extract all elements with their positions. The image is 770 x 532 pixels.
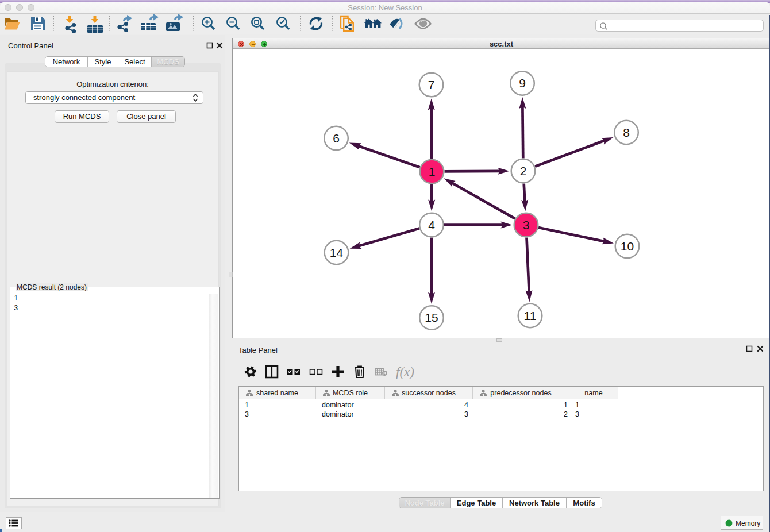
svg-text:14: 14 (330, 246, 344, 259)
svg-text:9: 9 (519, 76, 526, 90)
svg-text:11: 11 (524, 309, 537, 322)
svg-text:10: 10 (621, 240, 634, 253)
svg-text:4: 4 (428, 218, 435, 232)
svg-text:6: 6 (333, 132, 340, 145)
svg-text:8: 8 (623, 126, 630, 139)
svg-text:3: 3 (523, 218, 530, 232)
svg-text:7: 7 (428, 78, 435, 91)
svg-text:1: 1 (429, 165, 436, 178)
svg-text:15: 15 (425, 311, 438, 324)
svg-text:2: 2 (520, 164, 527, 178)
svg-text:f(x): f(x) (396, 365, 414, 379)
